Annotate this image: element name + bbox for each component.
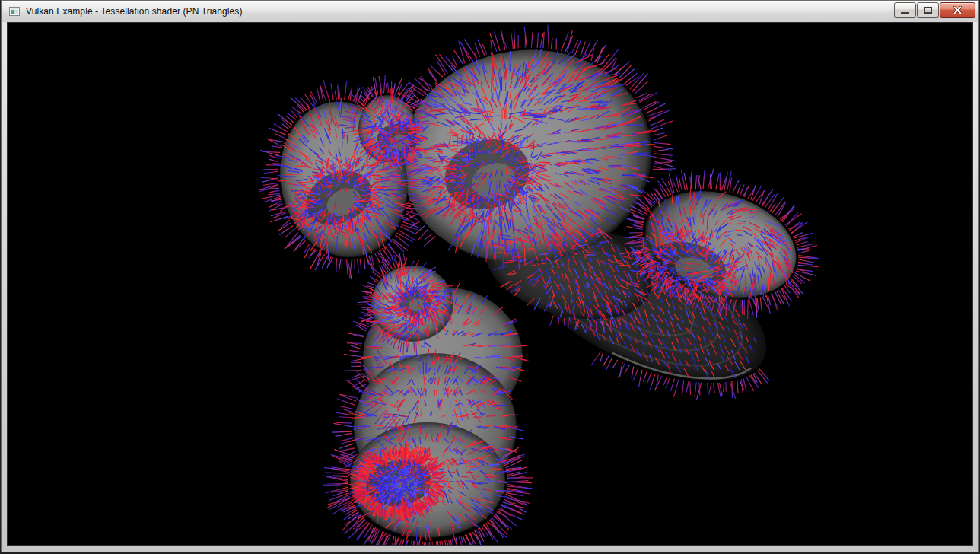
close-button[interactable]: [940, 2, 975, 18]
minimize-button[interactable]: [894, 2, 916, 18]
render-canvas[interactable]: [8, 23, 973, 546]
default-app-icon: [8, 5, 21, 18]
viewport: [7, 22, 973, 546]
maximize-icon: [924, 7, 932, 14]
window-controls: [894, 2, 975, 18]
app-icon[interactable]: [8, 5, 21, 18]
maximize-button[interactable]: [917, 2, 939, 18]
window-title: Vulkan Example - Tessellation shader (PN…: [26, 6, 243, 17]
minimize-icon: [901, 12, 909, 14]
titlebar[interactable]: Vulkan Example - Tessellation shader (PN…: [2, 1, 978, 22]
app-window: Vulkan Example - Tessellation shader (PN…: [1, 0, 979, 552]
close-icon: [953, 6, 963, 14]
